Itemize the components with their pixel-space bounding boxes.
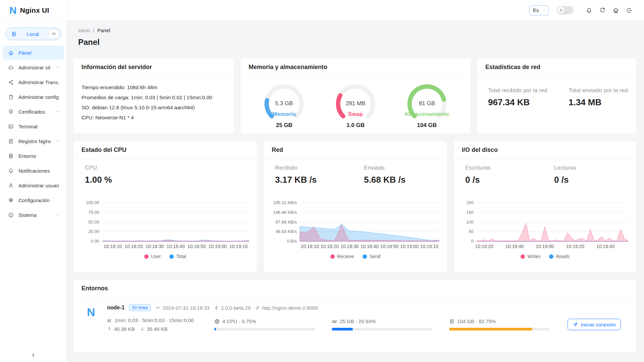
connect-button[interactable]: Iniciar conexión <box>568 319 621 330</box>
memory-storage-card: Memoria y almacenamiento 5.3 GBMemoria25… <box>240 58 471 134</box>
node-name: node-1 <box>107 305 124 311</box>
node-dashboard-button[interactable] <box>49 29 59 39</box>
theme-toggle-knob <box>557 7 565 14</box>
svg-text:50.00: 50.00 <box>88 220 99 225</box>
sidebar-collapse-button[interactable] <box>0 352 67 358</box>
sidebar-item-sistema[interactable]: Sistema <box>3 208 64 222</box>
sidebar-item-administrar-usuarios[interactable]: Administrar usuari… <box>3 178 64 192</box>
disk-icon <box>449 319 454 324</box>
svg-text:48.83 KB/s: 48.83 KB/s <box>275 229 297 234</box>
breadcrumb-current: Panel <box>97 27 110 33</box>
sidebar-item-label: Sistema <box>18 212 51 218</box>
chevron-left-icon <box>31 352 36 358</box>
gauge-icon <box>51 32 56 37</box>
legend-item-writes[interactable]: Writes <box>521 254 540 259</box>
network-chart-card: Red Recibido3.17 KB /sEnviado5.68 KB /s0… <box>263 141 447 272</box>
legend-item-total[interactable]: Total <box>169 254 186 259</box>
app-logo[interactable]: N Nginx UI <box>0 0 67 21</box>
environments-card: Entornos N node-1 En línea 2024-07-31 10… <box>73 279 637 353</box>
theme-toggle[interactable] <box>557 6 574 14</box>
node-cpu-value: 4 CPU · 0.75% <box>222 318 256 324</box>
breadcrumb-home[interactable]: Inicio <box>78 27 90 33</box>
svg-text:75.00: 75.00 <box>88 210 99 215</box>
legend-item-send[interactable]: Send <box>363 254 380 259</box>
chevron-down-icon <box>55 65 59 69</box>
gauge-memoria-ring: 5.3 GBMemoria <box>262 84 306 119</box>
red-stat: Enviado5.68 KB /s <box>364 165 442 189</box>
uptime-line: Tiempo encendido: 108d 6h 48m <box>82 82 226 93</box>
environment-node-row: N node-1 En línea 2024-07-31 10:18:33 <box>73 298 636 333</box>
sidebar-item-administrar-configuracion[interactable]: Administrar config… <box>3 90 64 104</box>
node-version: 2.0.0-beta.29 <box>214 305 251 311</box>
node-disk-block: 104 GB · 82.75% <box>449 318 550 330</box>
cpu-chart-title: Estado del CPU <box>73 141 257 159</box>
svg-text:25.00: 25.00 <box>88 229 99 234</box>
home-button[interactable] <box>609 7 623 14</box>
sidebar-item-label: Certificados <box>18 109 51 115</box>
legend-item-user[interactable]: User <box>144 254 161 259</box>
gauges: 5.3 GBMemoria25 GB281 MBSwap1.0 GB81 GBA… <box>249 82 463 129</box>
sidebar-item-registro-nginx[interactable]: Registro Nginx <box>3 134 64 148</box>
node-memory-value: 25 GB · 20.93% <box>340 318 376 324</box>
svg-text:Almacenamiento: Almacenamiento <box>405 111 449 117</box>
svg-text:10:18:50: 10:18:50 <box>187 244 206 249</box>
share-icon <box>8 79 14 85</box>
node-status-badge: En línea <box>129 304 151 311</box>
node-load-value: 1min: 0.03 · 5min:0.03 · 15min:0.00 <box>114 317 194 323</box>
cpu-model-line: CPU: Neoverse-N1 * 4 <box>82 113 226 123</box>
red-chart-plot: 0 B/s48.83 KB/s97.66 KB/s146.48 KB/s195.… <box>269 189 442 252</box>
svg-text:10:19:00: 10:19:00 <box>536 244 554 249</box>
gauge-swap-ring: 281 MBSwap <box>333 84 378 119</box>
svg-text:10:18:30: 10:18:30 <box>340 244 359 249</box>
disk-chart-legend: WritesReads <box>459 254 631 259</box>
gauge-swap: 281 MBSwap1.0 GB <box>321 84 390 129</box>
sidebar-item-configuracion[interactable]: Configuración <box>3 193 64 207</box>
node-cpu-progress <box>214 328 315 330</box>
bell-icon <box>586 7 592 14</box>
svg-text:10:18:40: 10:18:40 <box>505 244 524 249</box>
red-stat: Recibido3.17 KB /s <box>275 165 364 189</box>
svg-text:10:18:50: 10:18:50 <box>380 244 399 249</box>
language-select[interactable]: Es <box>529 5 549 15</box>
svg-text:Swap: Swap <box>348 111 363 117</box>
svg-text:Memoria: Memoria <box>272 111 296 117</box>
svg-text:150: 150 <box>466 210 474 215</box>
legend-item-receive[interactable]: Receive <box>330 254 354 259</box>
line-chart-icon <box>107 318 112 323</box>
file-icon <box>8 94 14 100</box>
disk-chart-stats: Escrituras0 /sLecturas0 /s <box>459 165 631 189</box>
svg-text:10:18:10: 10:18:10 <box>301 244 319 249</box>
sidebar-item-label: Administrar Trans… <box>18 79 59 85</box>
row-environments: Entornos N node-1 En línea 2024-07-31 10… <box>73 279 637 353</box>
legend-item-reads[interactable]: Reads <box>549 254 569 259</box>
gauge-memoria-total: 25 GB <box>250 122 319 129</box>
net-total-sent: Total enviado por la red 1.34 MB <box>569 87 628 108</box>
sidebar-item-panel[interactable]: Panel <box>3 46 64 60</box>
sidebar-item-entorno[interactable]: Entorno <box>3 149 64 163</box>
sidebar-item-terminal[interactable]: Terminal <box>3 119 64 133</box>
breadcrumb-separator: / <box>93 27 94 33</box>
net-sent-value: 1.34 MB <box>569 97 628 108</box>
activity-icon <box>155 305 161 310</box>
info-icon <box>8 212 14 218</box>
chevron-down-icon <box>55 139 59 143</box>
cpu-stat: CPU1.00 % <box>85 165 174 189</box>
sidebar-item-administrar-sitios[interactable]: Administrar sitios <box>3 60 64 74</box>
sidebar-item-notificaciones[interactable]: Notificaciones <box>3 164 64 178</box>
svg-text:10:18:10: 10:18:10 <box>104 244 122 249</box>
node-selector[interactable]: Local <box>5 27 61 40</box>
arrow-up-icon <box>107 326 112 331</box>
server-icon <box>8 153 14 159</box>
restart-button[interactable] <box>596 7 609 14</box>
logout-button[interactable] <box>623 7 636 14</box>
notifications-button[interactable] <box>582 7 596 14</box>
svg-text:5.3 GB: 5.3 GB <box>275 100 293 107</box>
sidebar-item-label: Panel <box>18 50 59 56</box>
sidebar-item-administrar-transmisiones[interactable]: Administrar Trans… <box>3 75 64 89</box>
svg-text:10:18:20: 10:18:20 <box>475 244 493 249</box>
nginx-logo-icon: N <box>9 5 17 15</box>
sidebar-item-label: Entorno <box>18 153 59 159</box>
sidebar-item-certificados[interactable]: Certificados <box>3 105 64 119</box>
app-root: N Nginx UI Local PanelAdministrar sitios… <box>0 0 644 362</box>
breadcrumb: Inicio / Panel <box>78 27 637 33</box>
